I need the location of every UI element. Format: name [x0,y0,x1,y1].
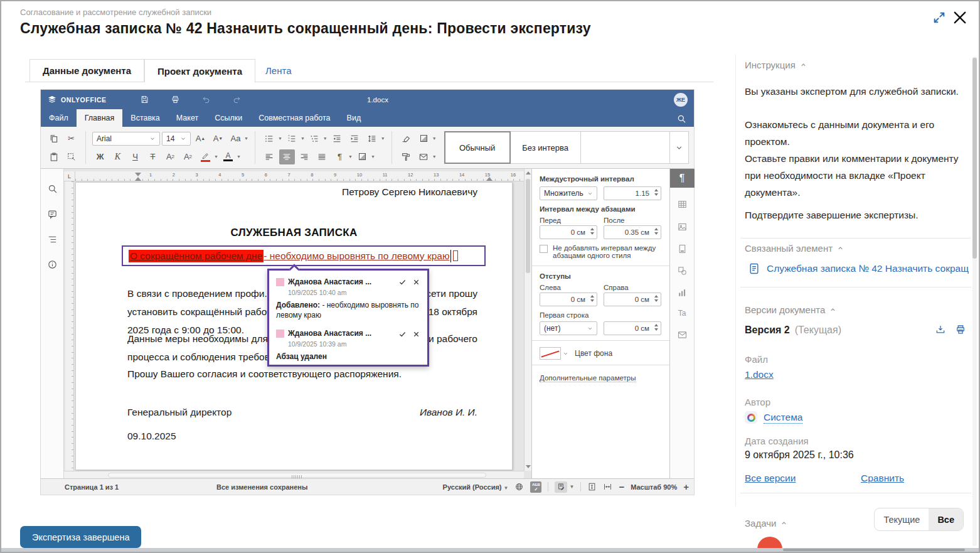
line-spacing-icon[interactable] [365,131,380,146]
accept-change-icon[interactable] [398,276,407,287]
collapse-icon[interactable] [837,245,844,252]
image-settings-icon[interactable] [677,220,688,232]
paragraph-shading-icon[interactable] [354,149,370,164]
indent-left-spinner[interactable]: 0 см [540,293,597,306]
clear-style-icon[interactable] [398,131,414,146]
tab-feed[interactable]: Лента [255,59,302,82]
versions-section-header[interactable]: Версии документа [745,304,836,315]
tab-document-data[interactable]: Данные документа [29,59,144,82]
paragraph-settings-icon[interactable]: ¶ [670,169,695,188]
font-size-select[interactable]: 14 [162,132,191,146]
undo-icon[interactable] [198,92,214,107]
align-center-icon[interactable] [279,149,295,164]
style-no-spacing[interactable]: Без интерва [511,131,581,164]
accept-change-icon[interactable] [398,328,407,339]
tasks-filter-current[interactable]: Текущие [875,508,929,530]
menu-references[interactable]: Ссылки [206,109,250,127]
increase-font-icon[interactable]: A▲ [193,131,208,146]
subscript-icon[interactable]: A2 [180,149,196,164]
window-bottom-scrollbar[interactable] [1,548,979,552]
fit-width-icon[interactable] [603,482,612,491]
review-change-popup[interactable]: Жданова Анастасия ... 10/9/2025 10:40 am… [267,269,429,367]
left-indent-marker[interactable] [135,177,141,181]
collapse-icon[interactable] [800,62,807,68]
style-normal[interactable]: Обычный [444,131,511,164]
about-icon[interactable] [47,259,58,270]
font-name-select[interactable]: Arial [92,132,160,146]
page-indicator[interactable]: Страница 1 из 1 [65,483,119,491]
find-icon[interactable] [47,183,58,194]
superscript-icon[interactable]: A2 [162,149,178,164]
mail-merge-settings-icon[interactable] [677,328,688,340]
strikethrough-icon[interactable]: Т [145,149,161,164]
font-color-icon[interactable]: А [220,149,236,164]
decrease-font-icon[interactable]: A▼ [210,131,226,146]
vertical-ruler[interactable] [65,181,74,471]
header-footer-settings-icon[interactable] [677,243,688,254]
menu-file[interactable]: Файл [41,109,77,127]
redo-icon[interactable] [229,92,245,107]
fit-page-icon[interactable] [587,482,597,491]
nonprinting-chars-icon[interactable]: ¶ [332,149,348,164]
save-icon[interactable] [137,92,152,107]
horizontal-ruler[interactable]: 1 2 3 4 5 6 7 8 9 10 11 12 13 14 15 16 1… [75,171,524,181]
align-right-icon[interactable] [297,149,312,164]
highlight-color-icon[interactable] [198,149,213,164]
style-gallery-expand-icon[interactable] [670,131,689,164]
reject-change-icon[interactable] [412,328,420,339]
menu-collaboration[interactable]: Совместная работа [250,109,338,127]
indent-right-spinner[interactable]: 0 см [604,293,661,306]
navigation-icon[interactable] [47,234,58,245]
spacing-before-spinner[interactable]: 0 см [540,225,597,239]
increase-indent-icon[interactable] [347,131,363,146]
vertical-scrollbar[interactable] [524,169,531,471]
italic-icon[interactable]: К [110,149,125,164]
underline-icon[interactable]: Ч [127,149,143,164]
user-avatar[interactable]: ЖЕ [674,93,688,107]
zoom-out-icon[interactable]: − [619,481,624,492]
menu-layout[interactable]: Макет [168,109,206,127]
language-select[interactable]: Русский (Россия) ▼ [443,483,509,491]
panel-scrollbar-thumb[interactable] [972,58,977,259]
related-section-header[interactable]: Связанный элемент [745,243,844,254]
decrease-indent-icon[interactable] [329,131,345,146]
bold-icon[interactable]: Ж [92,149,108,164]
copy-style-icon[interactable] [398,149,414,164]
related-item-link[interactable]: Служебная записка № 42 Назначить сокращ [767,263,969,274]
tasks-section-header[interactable]: Задачи [745,518,787,529]
finish-expertise-button[interactable]: Экспертиза завершена [20,526,141,548]
change-case-icon[interactable]: Aa [228,131,243,146]
first-line-indent-marker[interactable] [135,173,141,176]
horizontal-scrollbar[interactable] [64,471,524,478]
cut-icon[interactable]: ✂ [63,131,79,146]
line-spacing-value-spinner[interactable]: 1.15 [604,186,661,200]
zoom-in-icon[interactable]: + [683,481,689,492]
collapse-icon[interactable] [829,306,836,313]
no-interval-checkbox[interactable] [540,245,548,253]
justify-icon[interactable] [314,149,330,164]
set-language-icon[interactable] [514,482,524,491]
align-left-icon[interactable] [262,149,277,164]
tab-document-project[interactable]: Проект документа [144,59,255,83]
table-shading-icon[interactable] [416,131,432,146]
editor-search-icon[interactable] [676,112,686,124]
author-link[interactable]: Система [764,412,802,424]
menu-insert[interactable]: Вставка [122,109,168,127]
tasks-filter-all[interactable]: Все [929,508,963,530]
chart-settings-icon[interactable] [677,287,688,298]
track-changes-icon[interactable]: ▼ [555,481,574,493]
paste-icon[interactable] [46,149,61,164]
right-indent-marker[interactable] [486,177,493,181]
comments-icon[interactable] [47,208,58,219]
spellcheck-icon[interactable]: АБВ✓ [530,481,541,493]
first-line-type-select[interactable]: (нет) [540,321,597,335]
multilevel-list-icon[interactable] [307,131,322,146]
table-settings-icon[interactable] [677,198,688,210]
first-line-value-spinner[interactable]: 0 см [604,321,661,335]
collapse-icon[interactable] [780,520,787,527]
select-all-icon[interactable] [63,149,79,164]
advanced-settings-link[interactable]: Дополнительные параметры [540,374,636,382]
instruction-section-header[interactable]: Инструкция [745,60,807,70]
text-art-settings-icon[interactable]: Ta [678,309,686,318]
bullet-list-icon[interactable] [262,131,277,146]
